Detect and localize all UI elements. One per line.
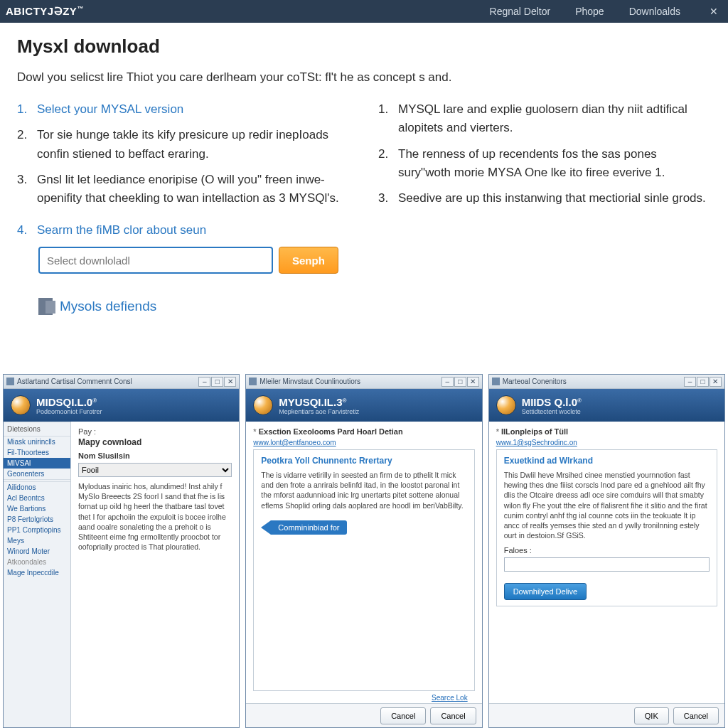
product-subtitle: Mepkentiars aoe Farvistretiz — [279, 408, 359, 415]
sidebar-item[interactable]: PP1 Corrptiopins — [4, 525, 70, 535]
sidebar-item[interactable]: Miask unirinclls — [4, 437, 70, 447]
close-window-icon[interactable]: ✕ — [710, 377, 722, 387]
step-4[interactable]: Searm the fiMB clor about seun — [17, 221, 350, 240]
page-title: Mysxl download — [17, 36, 711, 58]
sidebar-item[interactable]: Acl Beontcs — [4, 493, 70, 503]
panel-title: Peotkra Yoll Chunnentc Rrertary — [261, 456, 466, 466]
ok-button[interactable]: QIK — [634, 707, 669, 724]
installer-window-1: Astlartand Cartisal Commennt Consl – □ ✕… — [3, 374, 240, 728]
info-step-2: The renness of up recendents fos the sas… — [378, 145, 711, 183]
field-label: Faloes : — [504, 546, 710, 555]
sidebar-item[interactable]: Winord Moter — [4, 546, 70, 557]
close-window-icon[interactable]: ✕ — [467, 377, 479, 387]
panel-title: Exuetkind ad Wlrkand — [504, 456, 710, 466]
continue-button[interactable]: Commininbiad for — [261, 520, 346, 535]
arrow-left-icon — [261, 520, 271, 535]
product-subtitle: Podeomooniot Furotrer — [36, 408, 102, 415]
panel-body: This Dwlil heve Mrsihed cinee menstied y… — [504, 470, 710, 540]
panel-body: The is vidarre vetirilly in seested an f… — [261, 470, 466, 510]
maximize-icon[interactable]: □ — [697, 377, 709, 387]
sidebar-item-disabled: Atkoondales — [4, 557, 70, 567]
cancel-button[interactable]: Cancel — [380, 707, 426, 724]
source-link[interactable]: Searce Lok — [253, 691, 474, 703]
app-icon — [249, 378, 257, 385]
installer-sidebar: Dietesions Miask unirinclls Fil-Thoortee… — [4, 422, 71, 727]
cancel-button[interactable]: Cancel — [673, 707, 719, 724]
info-link[interactable]: www.lont@entfanoeo.com — [253, 439, 474, 446]
info-step-1: MYSQL lare and explie guolosern dian thy… — [378, 100, 711, 138]
product-logo-icon — [496, 395, 516, 415]
minimize-icon[interactable]: – — [198, 377, 210, 387]
info-link[interactable]: www.1@sgSechrodinc.on — [496, 439, 717, 446]
step-3: Gnsl lit let leediance enoripise (O will… — [17, 171, 350, 208]
site-logo: ABICTYJƏZY™ — [6, 5, 84, 18]
cancel-button-2[interactable]: Cancel — [430, 707, 476, 724]
sidebar-item[interactable]: Geonenters — [4, 469, 70, 479]
step-1[interactable]: Select your MYSAL version — [17, 100, 350, 119]
top-nav: Regnal Deltor Phope Downloalds ✕ — [490, 6, 722, 17]
installer-window-2: Mleiler Minvstaut Counlinoutiors – □ ✕ M… — [245, 374, 482, 728]
download-button[interactable]: Downhilyed Delive — [504, 583, 587, 600]
sidebar-item[interactable]: P8 Fertolgriots — [4, 514, 70, 525]
app-icon — [6, 378, 14, 385]
content-subtitle: Nom Slusilsin — [78, 451, 232, 460]
sidebar-item[interactable]: Mage Inpeccdile — [4, 567, 70, 578]
product-name: MIDSQI.L.0 — [36, 396, 92, 408]
window-title: Marteoal Conenitors — [503, 378, 684, 385]
installer-window-3: Marteoal Conenitors – □ ✕ MIIDS Q.l.0® S… — [488, 374, 725, 728]
window-title: Mleiler Minvstaut Counlinoutiors — [259, 378, 441, 385]
step-2: Tor sie hunge takle its kify presicure u… — [17, 126, 350, 164]
sidebar-item[interactable]: Fil-Thoortees — [4, 447, 70, 458]
maximize-icon[interactable]: □ — [454, 377, 466, 387]
content-title: Mapy cownload — [78, 437, 232, 447]
product-logo-icon — [11, 395, 31, 415]
heading: * Exsction Exeolooms Pard Hoarl Detian — [253, 427, 474, 436]
product-subtitle: Settidtectent woclete — [522, 408, 582, 415]
search-input[interactable] — [38, 247, 273, 274]
nav-item-2[interactable]: Phope — [575, 6, 604, 17]
field-label: Pay : — [78, 427, 232, 436]
product-logo-icon — [253, 395, 273, 415]
text-field[interactable] — [504, 557, 710, 572]
section-title: Mysols defiends — [60, 299, 156, 314]
version-select[interactable]: Fooil — [78, 463, 232, 477]
intro-text: Dowl you selicst lire Thiot you care der… — [17, 70, 711, 85]
minimize-icon[interactable]: – — [441, 377, 454, 387]
sidebar-item[interactable]: Ailidonos — [4, 482, 70, 493]
sidebar-item[interactable]: Meys — [4, 535, 70, 546]
document-icon — [38, 298, 53, 315]
sidebar-item[interactable]: We Bartions — [4, 503, 70, 514]
product-name: MIIDS Q.l.0 — [522, 396, 577, 408]
product-name: MYUSQI.IL.3 — [279, 396, 342, 408]
maximize-icon[interactable]: □ — [211, 377, 223, 387]
sidebar-item-selected[interactable]: MIVSAl — [4, 458, 70, 469]
search-button[interactable]: Senph — [279, 247, 338, 274]
app-icon — [492, 378, 500, 385]
nav-item-1[interactable]: Regnal Deltor — [490, 6, 551, 17]
heading: * IILonpleips of Tüll — [496, 427, 717, 436]
sidebar-head: Dietesions — [4, 422, 70, 437]
info-step-3: Seedive are up this instanwing that mect… — [378, 189, 711, 208]
nav-item-3[interactable]: Downloalds — [629, 6, 680, 17]
window-title: Astlartand Cartisal Commennt Consl — [17, 378, 198, 385]
close-window-icon[interactable]: ✕ — [224, 377, 236, 387]
description-text: Myloduas inairic hos, alundimed! Inst ah… — [78, 481, 232, 552]
minimize-icon[interactable]: – — [684, 377, 696, 387]
close-icon[interactable]: ✕ — [705, 6, 722, 17]
